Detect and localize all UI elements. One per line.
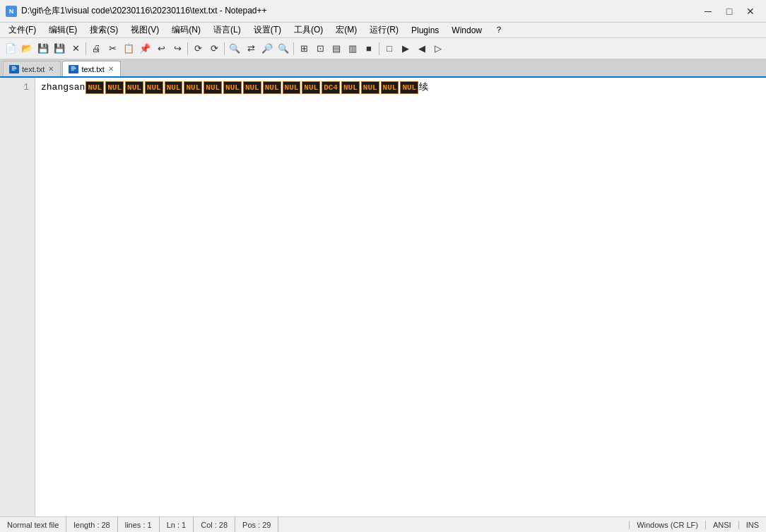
line-number-1: 1	[0, 81, 35, 95]
toolbar-button-16[interactable]: 🔍	[276, 41, 291, 57]
special-token-nul: NUL	[145, 81, 163, 94]
toolbar-separator-17	[293, 42, 294, 55]
menu-item-view[interactable]: 视图(V)	[125, 23, 165, 37]
toolbar-button-22[interactable]: □	[382, 41, 397, 57]
main-area: 1 zhangsan NULNULNULNULNULNULNULNULNULNU…	[0, 78, 766, 516]
svg-rect-2	[12, 69, 17, 69]
menu-item-settings[interactable]: 设置(T)	[248, 23, 287, 37]
special-token-dc4: DC4	[322, 81, 340, 94]
toolbar-separator-11	[187, 42, 188, 55]
tab-tab1[interactable]: text.txt✕	[3, 61, 61, 76]
status-insert-mode: INS	[738, 521, 766, 529]
window-title: D:\git\仓库1\visual code\20230116\20230116…	[21, 5, 698, 17]
close-button[interactable]: ✕	[741, 3, 760, 20]
special-token-nul: NUL	[361, 81, 379, 94]
menu-item-encode[interactable]: 编码(N)	[166, 23, 206, 37]
svg-rect-6	[71, 69, 76, 69]
svg-rect-5	[71, 67, 76, 68]
editor-content[interactable]: zhangsan NULNULNULNULNULNULNULNULNULNULN…	[35, 78, 766, 516]
title-bar: N D:\git\仓库1\visual code\20230116\202301…	[0, 0, 766, 23]
toolbar-button-9[interactable]: ↩	[153, 41, 169, 57]
status-col: Col : 28	[194, 517, 235, 532]
toolbar-button-15[interactable]: 🔎	[259, 41, 275, 57]
special-token-nul: NUL	[204, 81, 222, 94]
toolbar-button-24[interactable]: ◀	[414, 41, 430, 57]
menu-item-window[interactable]: Window	[446, 24, 488, 37]
menu-item-plugins[interactable]: Plugins	[406, 24, 444, 37]
menu-item-lang[interactable]: 语言(L)	[208, 23, 247, 37]
svg-rect-3	[12, 69, 15, 70]
toolbar-button-4[interactable]: ✕	[68, 41, 83, 57]
menu-item-file[interactable]: 文件(F)	[3, 23, 42, 37]
menu-item-tools[interactable]: 工具(O)	[288, 23, 329, 37]
toolbar-button-20[interactable]: ▥	[345, 41, 360, 57]
special-token-nul: NUL	[263, 81, 281, 94]
toolbar: 📄📂💾💾✕🖨✂📋📌↩↪⟳⟳🔍⇄🔎🔍⊞⊡▤▥■□▶◀▷	[0, 38, 766, 59]
editor-chinese-char: 续	[419, 81, 428, 95]
status-pos: Pos : 29	[235, 517, 278, 532]
toolbar-button-10[interactable]: ↪	[170, 41, 185, 57]
toolbar-separator-22	[379, 42, 379, 55]
toolbar-button-5[interactable]: 🖨	[88, 41, 104, 57]
tab-tab2[interactable]: text.txt✕	[62, 61, 120, 76]
toolbar-button-8[interactable]: 📌	[137, 41, 153, 57]
toolbar-button-3[interactable]: 💾	[52, 41, 67, 57]
menu-item-edit[interactable]: 编辑(E)	[43, 23, 83, 37]
tab-close-tab1[interactable]: ✕	[47, 66, 54, 73]
toolbar-separator-13	[224, 42, 225, 55]
toolbar-button-7[interactable]: 📋	[121, 41, 136, 57]
menu-item-search[interactable]: 搜索(S)	[84, 23, 124, 37]
tab-icon-tab1	[9, 65, 19, 73]
window-controls: ─ □ ✕	[698, 3, 760, 20]
toolbar-button-12[interactable]: ⟳	[206, 41, 222, 57]
toolbar-button-1[interactable]: 📂	[19, 41, 35, 57]
status-lines: lines : 1	[118, 517, 160, 532]
special-token-nul: NUL	[243, 81, 261, 94]
menu-item-help[interactable]: ？	[489, 23, 509, 37]
toolbar-button-13[interactable]: 🔍	[227, 41, 242, 57]
special-token-nul: NUL	[302, 81, 320, 94]
line-numbers-gutter: 1	[0, 78, 35, 516]
toolbar-button-23[interactable]: ▶	[398, 41, 413, 57]
tab-icon-tab2	[69, 65, 78, 73]
toolbar-button-11[interactable]: ⟳	[190, 41, 206, 57]
tab-bar: text.txt✕text.txt✕	[0, 59, 766, 78]
special-token-nul: NUL	[400, 81, 418, 94]
special-token-nul: NUL	[283, 81, 301, 94]
special-token-nul: NUL	[125, 81, 143, 94]
maximize-button[interactable]: □	[719, 3, 739, 20]
editor-normal-text: zhangsan	[41, 81, 85, 95]
special-token-nul: NUL	[165, 81, 183, 94]
status-encoding: ANSI	[705, 521, 738, 529]
tokens-container: NULNULNULNULNULNULNULNULNULNULNULNULDC4N…	[85, 81, 419, 95]
toolbar-button-14[interactable]: ⇄	[243, 41, 259, 57]
menu-bar: 文件(F)编辑(E)搜索(S)视图(V)编码(N)语言(L)设置(T)工具(O)…	[0, 23, 766, 38]
special-token-nul: NUL	[223, 81, 242, 94]
svg-rect-4	[71, 66, 75, 66]
minimize-button[interactable]: ─	[698, 3, 718, 20]
tab-label-tab2: text.txt	[81, 65, 104, 73]
toolbar-button-2[interactable]: 💾	[35, 41, 51, 57]
special-token-nul: NUL	[341, 81, 360, 94]
status-bar: Normal text file length : 28 lines : 1 L…	[0, 516, 766, 532]
status-line-ending: Windows (CR LF)	[629, 521, 705, 529]
status-length: length : 28	[66, 517, 117, 532]
toolbar-button-25[interactable]: ▷	[430, 41, 446, 57]
status-ln: Ln : 1	[160, 517, 194, 532]
special-token-nul: NUL	[86, 81, 104, 94]
special-token-nul: NUL	[184, 81, 202, 94]
toolbar-button-19[interactable]: ▤	[329, 41, 344, 57]
menu-item-run[interactable]: 运行(R)	[364, 23, 404, 37]
menu-item-macro[interactable]: 宏(M)	[330, 23, 363, 37]
toolbar-button-6[interactable]: ✂	[105, 41, 120, 57]
tab-close-tab2[interactable]: ✕	[107, 66, 114, 73]
special-token-nul: NUL	[381, 81, 399, 94]
toolbar-button-18[interactable]: ⊡	[312, 41, 328, 57]
svg-rect-7	[71, 69, 74, 70]
toolbar-button-0[interactable]: 📄	[3, 41, 18, 57]
tab-label-tab1: text.txt	[22, 65, 45, 73]
svg-rect-1	[12, 67, 17, 68]
status-filetype: Normal text file	[0, 517, 66, 532]
toolbar-button-21[interactable]: ■	[361, 41, 377, 57]
toolbar-button-17[interactable]: ⊞	[296, 41, 312, 57]
